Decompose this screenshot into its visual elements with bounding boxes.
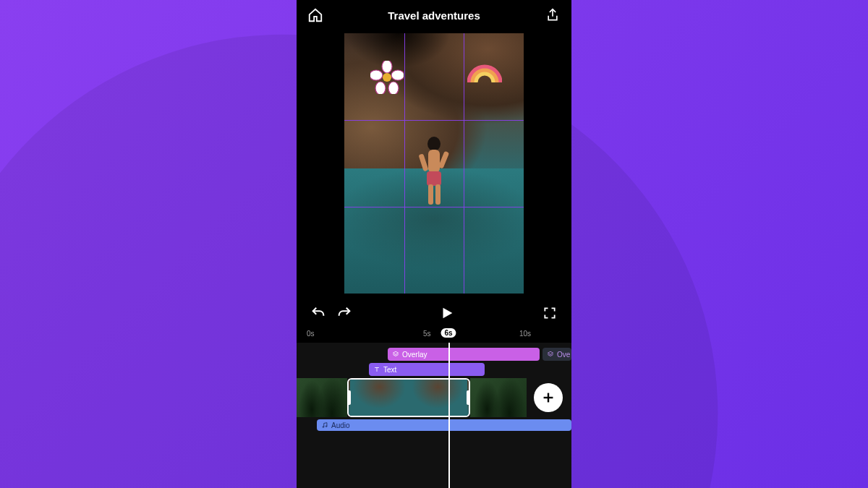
svg-rect-3 — [428, 184, 433, 205]
grid-line-icon — [464, 33, 464, 294]
video-clip-thumb[interactable] — [297, 378, 347, 417]
svg-rect-4 — [435, 184, 441, 205]
preview-area — [297, 30, 571, 299]
overlay-clip-label: Ove — [557, 351, 570, 359]
overlay-clip-secondary[interactable]: Ove — [542, 348, 571, 361]
overlay-clip-label: Overlay — [402, 351, 427, 359]
svg-rect-6 — [438, 151, 449, 169]
audio-track: Audio — [297, 419, 571, 431]
grid-line-icon — [344, 120, 524, 121]
svg-point-11 — [370, 70, 383, 80]
undo-button[interactable] — [310, 304, 327, 322]
redo-button[interactable] — [336, 304, 353, 322]
project-title: Travel adventures — [388, 9, 480, 22]
svg-rect-1 — [428, 150, 440, 173]
video-clip-thumb[interactable] — [470, 378, 527, 417]
layers-icon — [392, 351, 399, 358]
playhead-time-badge[interactable]: 6s — [441, 328, 456, 338]
play-button[interactable] — [439, 305, 455, 321]
grid-line-icon — [344, 207, 524, 207]
home-button[interactable] — [307, 7, 324, 24]
svg-rect-5 — [418, 153, 428, 171]
svg-point-9 — [388, 82, 399, 94]
rainbow-sticker[interactable] — [467, 53, 502, 85]
time-ruler[interactable]: 0s 5s 10s 6s — [297, 327, 571, 343]
add-clip-button[interactable] — [534, 383, 563, 412]
ruler-tick: 10s — [519, 330, 531, 338]
flower-sticker[interactable] — [370, 61, 404, 94]
svg-point-13 — [323, 427, 324, 428]
transport-controls — [297, 299, 571, 327]
share-button[interactable] — [544, 7, 561, 24]
svg-point-7 — [382, 61, 392, 73]
fullscreen-button[interactable] — [541, 304, 558, 322]
video-preview[interactable] — [344, 33, 524, 294]
text-clip-label: Text — [383, 366, 396, 374]
layers-icon — [547, 351, 554, 358]
grid-line-icon — [404, 33, 405, 294]
ruler-tick: 5s — [423, 330, 431, 338]
text-icon — [373, 366, 380, 373]
overlay-track: Overlay Ove — [297, 348, 571, 361]
svg-point-14 — [326, 426, 327, 427]
svg-point-12 — [383, 73, 391, 82]
top-bar: Travel adventures — [297, 0, 571, 30]
svg-point-0 — [427, 137, 441, 151]
selected-video-clip[interactable] — [347, 378, 470, 417]
text-clip[interactable]: Text — [369, 363, 485, 376]
ruler-tick: 0s — [307, 330, 315, 338]
svg-rect-2 — [427, 171, 441, 186]
video-track — [297, 378, 571, 417]
audio-clip-label: Audio — [331, 421, 350, 429]
clip-trim-handle-left[interactable] — [347, 390, 351, 405]
overlay-clip[interactable]: Overlay — [388, 348, 540, 361]
playhead-line[interactable] — [448, 343, 450, 488]
music-note-icon — [321, 421, 328, 429]
timeline[interactable]: Overlay Ove Text — [297, 343, 571, 488]
text-track: Text — [297, 363, 571, 376]
svg-point-8 — [391, 70, 404, 80]
audio-clip[interactable]: Audio — [317, 419, 571, 431]
video-editor-screen: Travel adventures — [297, 0, 571, 488]
svg-point-10 — [375, 82, 386, 94]
